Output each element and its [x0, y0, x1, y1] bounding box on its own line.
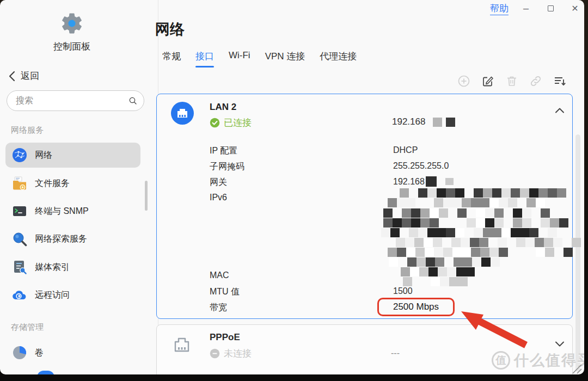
collapse-chevron-up-icon[interactable] — [553, 105, 566, 118]
maximize-icon — [548, 5, 554, 11]
help-link[interactable]: 帮助 — [490, 2, 509, 15]
lan2-name: LAN 2 — [210, 102, 236, 113]
redacted-block — [426, 176, 437, 187]
chevron-left-icon — [8, 71, 16, 82]
sidebar-item-terminal-snmp[interactable]: 终端与 SNMP — [5, 199, 140, 224]
sidebar-item-label: 媒体索引 — [35, 262, 70, 273]
sidebar-item-label: 网络探索服务 — [35, 233, 87, 245]
sidebar-scrollbar-thumb[interactable] — [145, 181, 148, 211]
add-button[interactable] — [457, 75, 470, 88]
card-toolbar — [457, 75, 566, 88]
volume-pie-icon — [12, 345, 27, 360]
redacted-block — [446, 118, 455, 127]
pppoe-name: PPPoE — [210, 332, 240, 343]
sidebar-item-file-services[interactable]: 文件服务 — [5, 171, 140, 196]
network-globe-icon — [12, 148, 27, 163]
sidebar-item-label: 文件服务 — [35, 178, 70, 189]
value-bandwidth: 2500 Mbps — [393, 302, 439, 312]
section-storage-management: 存储管理 — [11, 322, 44, 333]
watermark-logo: 值 — [492, 351, 510, 370]
label-bandwidth: 带宽 — [210, 302, 227, 314]
sidebar-item-label: 网络 — [35, 150, 52, 161]
label-gateway: 网关 — [210, 177, 227, 188]
redacted-block — [445, 178, 454, 185]
tab-interface[interactable]: 接口 — [195, 50, 214, 67]
control-panel-header[interactable]: 控制面板 — [46, 11, 98, 53]
bandwidth-highlight-annotation: 2500 Mbps — [377, 298, 455, 316]
sidebar-item-network-discovery[interactable]: 网络探索服务 — [5, 226, 140, 251]
pppoe-status: 未连接 — [210, 347, 252, 360]
terminal-icon — [12, 204, 27, 219]
redacted-block — [433, 118, 442, 127]
sidebar-item-media-index[interactable]: 媒体索引 — [5, 255, 140, 280]
main-scrollbar-thumb[interactable] — [575, 134, 580, 372]
tab-proxy[interactable]: 代理连接 — [320, 50, 357, 67]
delete-button[interactable] — [505, 75, 518, 88]
resize-handle-icon[interactable] — [569, 361, 584, 374]
lan2-status-text: 已连接 — [224, 116, 252, 129]
pppoe-value: --- — [391, 348, 400, 358]
magnifier-icon — [12, 231, 27, 247]
lan2-ip-prefix: 192.168 — [392, 116, 425, 127]
back-label: 返回 — [21, 70, 39, 82]
expand-chevron-down-icon[interactable] — [553, 337, 566, 350]
label-subnet: 子网掩码 — [210, 161, 244, 173]
sort-button[interactable] — [553, 75, 566, 88]
check-circle-icon — [210, 118, 220, 128]
minimize-button[interactable]: – — [520, 2, 532, 14]
back-button[interactable]: 返回 — [8, 70, 39, 82]
value-mtu: 1500 — [393, 286, 413, 296]
tab-wifi[interactable]: Wi-Fi — [229, 50, 250, 67]
ethernet-port-icon — [170, 101, 194, 125]
close-button[interactable]: ✕ — [569, 2, 581, 14]
value-ip-config: DHCP — [393, 145, 418, 155]
control-panel-label: 控制面板 — [46, 40, 98, 53]
label-mac: MAC — [210, 271, 229, 280]
label-mtu: MTU 值 — [210, 286, 240, 298]
section-network-services: 网络服务 — [11, 125, 44, 136]
edit-button[interactable] — [481, 75, 494, 88]
search-icon[interactable] — [128, 95, 137, 107]
tab-general[interactable]: 常规 — [162, 50, 181, 67]
link-button[interactable] — [529, 75, 542, 88]
gear-icon — [59, 28, 84, 38]
sidebar-item-partial-icon — [37, 371, 54, 374]
search-input[interactable] — [16, 96, 128, 106]
file-services-icon — [12, 176, 27, 191]
value-gateway-prefix: 192.168 — [393, 177, 425, 187]
page-title: 网络 — [155, 20, 185, 39]
pppoe-status-text: 未连接 — [224, 347, 252, 360]
control-panel-window: 帮助 – ✕ 控制面板 返回 网络服务 网络 文件服务 终端与 SNMP — [0, 0, 584, 374]
sidebar-item-label: 远程访问 — [35, 290, 70, 301]
sidebar-item-network[interactable]: 网络 — [5, 143, 140, 168]
tab-bar: 常规 接口 Wi-Fi VPN 连接 代理连接 — [162, 50, 357, 67]
sidebar-item-label: 卷 — [35, 347, 44, 359]
ethernet-port-outline-icon — [169, 332, 194, 357]
label-ip-config: IP 配置 — [210, 145, 237, 157]
search-box — [7, 90, 144, 111]
sidebar-item-label: 终端与 SNMP — [35, 206, 89, 217]
cloud-remote-icon — [12, 287, 27, 303]
minus-circle-icon — [210, 348, 220, 359]
media-index-icon — [12, 260, 27, 275]
value-subnet: 255.255.255.0 — [393, 161, 449, 171]
tab-vpn[interactable]: VPN 连接 — [265, 50, 305, 67]
maximize-button[interactable] — [544, 2, 556, 14]
label-ipv6: IPv6 — [210, 193, 227, 202]
lan2-status: 已连接 — [210, 116, 252, 129]
sidebar-item-volume[interactable]: 卷 — [5, 340, 140, 365]
sidebar-item-remote-access[interactable]: 远程访问 — [5, 282, 140, 308]
